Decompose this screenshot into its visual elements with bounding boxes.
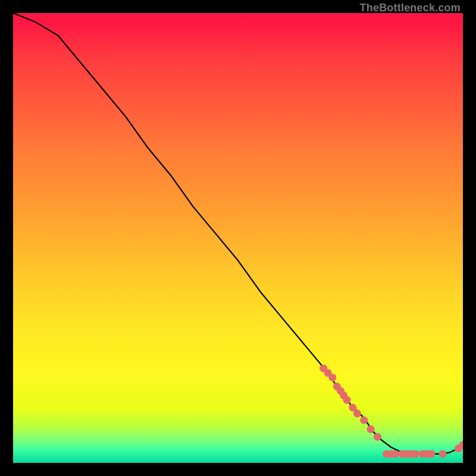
chart-marker	[439, 450, 447, 458]
chart-overlay	[13, 13, 463, 463]
chart-marker	[428, 450, 436, 458]
chart-markers	[320, 365, 463, 458]
chart-frame	[13, 13, 463, 463]
chart-marker	[412, 450, 419, 458]
chart-marker	[374, 433, 381, 441]
attribution-text: TheBottleneck.com	[360, 2, 461, 14]
chart-curve	[13, 13, 463, 454]
chart-marker	[392, 450, 399, 458]
chart-marker	[353, 409, 361, 417]
chart-marker	[360, 416, 368, 424]
chart-marker	[328, 374, 336, 381]
chart-marker	[343, 396, 351, 404]
chart-marker	[367, 425, 375, 433]
